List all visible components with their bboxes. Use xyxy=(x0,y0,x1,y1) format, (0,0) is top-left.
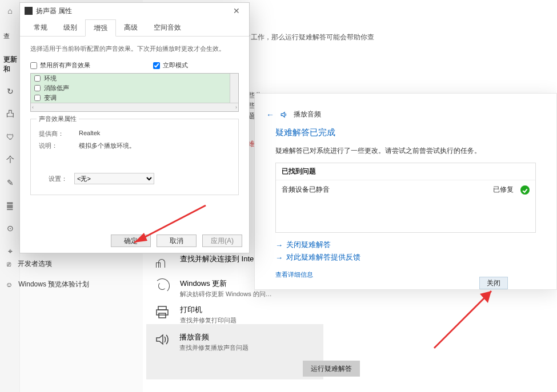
printer-sub: 查找并修复打印问题 xyxy=(180,316,237,325)
enh-check[interactable] xyxy=(34,85,41,91)
cancel-button[interactable]: 取消 xyxy=(157,235,197,247)
developer-options-label: 开发者选项 xyxy=(18,259,52,269)
sidebar-icons: ↻ 凸 🛡 个 ✎ ䷀ ⊙ ⌖ xyxy=(0,80,20,262)
ts-message: 疑难解答已对系统进行了一些更改。请尝试之前曾尝试执行的任务。 xyxy=(275,146,536,156)
enh-label: 环境 xyxy=(44,74,57,83)
group-title: 声音效果属性 xyxy=(37,115,79,123)
svg-rect-1 xyxy=(157,310,168,315)
disable-all-label: 禁用所有声音效果 xyxy=(40,61,90,70)
sidebar-glyph[interactable]: 凸 xyxy=(0,103,20,126)
enh-label: 变调 xyxy=(44,94,57,102)
vscrollbar[interactable] xyxy=(230,74,238,103)
audio-title: 播放音频 xyxy=(179,332,249,342)
svg-rect-2 xyxy=(159,313,166,318)
home-icon[interactable]: ⌂ xyxy=(0,0,20,22)
tab-enhancements[interactable]: 增强 xyxy=(85,19,116,37)
search-partial: 查 xyxy=(3,32,10,41)
found-status: 已修复 xyxy=(493,185,514,195)
sync-icon xyxy=(155,278,170,293)
enh-check[interactable] xyxy=(34,75,41,82)
enh-row: 消除低声 xyxy=(31,83,238,93)
insider-icon: ☺ xyxy=(6,281,13,289)
desc-key: 说明： xyxy=(39,142,79,150)
tab-strip: 常规 级别 增强 高级 空间音效 xyxy=(20,19,249,37)
insider-program-label: Windows 预览体验计划 xyxy=(18,280,89,289)
enhancements-description: 选择适用于当前聆听配置的声音效果。下次开始播放时更改才会生效。 xyxy=(30,45,239,53)
back-arrow-icon[interactable]: ← xyxy=(266,110,274,119)
winupd-sub: 解决妨碍你更新 Windows 的问… xyxy=(180,290,272,298)
ts-close-button[interactable]: 关闭 xyxy=(479,277,508,289)
disable-all-input[interactable] xyxy=(30,62,37,69)
speaker-icon xyxy=(154,332,169,347)
immediate-mode-input[interactable] xyxy=(153,62,160,69)
ok-button[interactable]: 确定 xyxy=(111,235,151,247)
tab-general[interactable]: 常规 xyxy=(26,19,55,37)
feedback-link[interactable]: 对此疑难解答提供反馈 xyxy=(275,252,536,262)
close-icon[interactable]: ✕ xyxy=(229,5,245,17)
run-troubleshooter-button[interactable]: 运行疑难解答 xyxy=(303,361,360,377)
provider-value: Realtek xyxy=(79,130,100,138)
found-problems-box: 已找到问题 音频设备已静音 已修复 xyxy=(275,163,536,233)
effect-properties-group: 声音效果属性 提供商：Realtek 说明：模拟多个播放环境。 设置： <无> xyxy=(30,119,239,195)
enh-check[interactable] xyxy=(34,95,41,101)
hscrollbar[interactable]: ‹› xyxy=(31,103,238,111)
found-item: 音频设备已静音 xyxy=(282,185,493,195)
disable-all-checkbox[interactable]: 禁用所有声音效果 xyxy=(30,61,90,70)
sidebar-glyph[interactable]: ䷀ xyxy=(0,194,20,217)
desc-value: 模拟多个播放环境。 xyxy=(79,142,135,150)
troubleshooter-printer[interactable]: 打印机 查找并修复打印问题 xyxy=(155,305,303,325)
tab-advanced[interactable]: 高级 xyxy=(116,19,146,37)
audio-sub: 查找并修复播放声音问题 xyxy=(179,343,249,352)
troubleshooter-audio-selected[interactable]: 播放音频 查找并修复播放声音问题 xyxy=(146,324,323,379)
enh-row: 变调 xyxy=(31,93,238,103)
speaker-icon xyxy=(280,111,288,119)
settings-sidebar: ⌂ 查 更新和 ↻ 凸 🛡 个 ✎ ䷀ ⊙ ⌖ xyxy=(0,0,20,392)
printer-icon xyxy=(155,305,170,320)
enh-row: 环境 xyxy=(31,74,238,83)
sidebar-glyph[interactable]: ⊙ xyxy=(0,217,20,240)
apply-button[interactable]: 应用(A) xyxy=(202,235,242,247)
check-icon xyxy=(520,185,530,195)
view-detail-link[interactable]: 查看详细信息 xyxy=(255,269,556,280)
close-ts-text: 关闭疑难解答 xyxy=(286,240,331,250)
tab-levels[interactable]: 级别 xyxy=(55,19,85,37)
found-row: 音频设备已静音 已修复 xyxy=(276,180,535,232)
wifi-icon xyxy=(155,254,170,269)
ts-complete-heading: 疑难解答已完成 xyxy=(275,127,536,138)
immediate-mode-checkbox[interactable]: 立即模式 xyxy=(153,61,188,70)
insider-program-row[interactable]: ☺ Windows 预览体验计划 xyxy=(6,280,89,289)
close-troubleshooter-link[interactable]: 关闭疑难解答 xyxy=(275,240,536,250)
developer-options-row[interactable]: ⎚ 开发者选项 xyxy=(7,259,52,269)
sidebar-glyph[interactable]: ↻ xyxy=(0,80,20,103)
dialog-title: 扬声器 属性 xyxy=(36,6,72,16)
speaker-properties-dialog: 扬声器 属性 ✕ 常规 级别 增强 高级 空间音效 选择适用于当前聆听配置的声音… xyxy=(19,2,250,253)
dialog-titlebar[interactable]: 扬声器 属性 ✕ xyxy=(20,3,249,19)
sidebar-glyph[interactable]: 个 xyxy=(0,148,20,171)
immediate-mode-label: 立即模式 xyxy=(163,61,188,70)
found-head: 已找到问题 xyxy=(276,163,535,180)
svg-rect-0 xyxy=(158,306,166,310)
speaker-titlebar-icon xyxy=(25,7,33,15)
enhancements-list[interactable]: 环境 消除低声 变调 均衡器 ‹› xyxy=(30,73,239,112)
setting-key: 设置： xyxy=(39,175,67,183)
troubleshoot-desc-partial: 正常工作，那么运行疑难解答可能会帮助你查 xyxy=(237,32,523,42)
ts-title: 播放音频 xyxy=(294,110,321,119)
enh-label: 消除低声 xyxy=(44,84,69,92)
feedback-text: 对此疑难解答提供反馈 xyxy=(286,252,360,262)
setting-select[interactable]: <无> xyxy=(74,173,154,184)
provider-key: 提供商： xyxy=(39,130,79,138)
sidebar-glyph[interactable]: ✎ xyxy=(0,171,20,194)
tab-spatial[interactable]: 空间音效 xyxy=(146,19,189,37)
sidebar-glyph[interactable]: 🛡 xyxy=(0,126,20,148)
dev-icon: ⎚ xyxy=(7,260,11,268)
troubleshooter-panel: ← 播放音频 疑难解答已完成 疑难解答已对系统进行了一些更改。请尝试之前曾尝试执… xyxy=(254,93,557,290)
update-heading-partial: 更新和 xyxy=(3,55,19,74)
printer-title: 打印机 xyxy=(180,305,237,315)
